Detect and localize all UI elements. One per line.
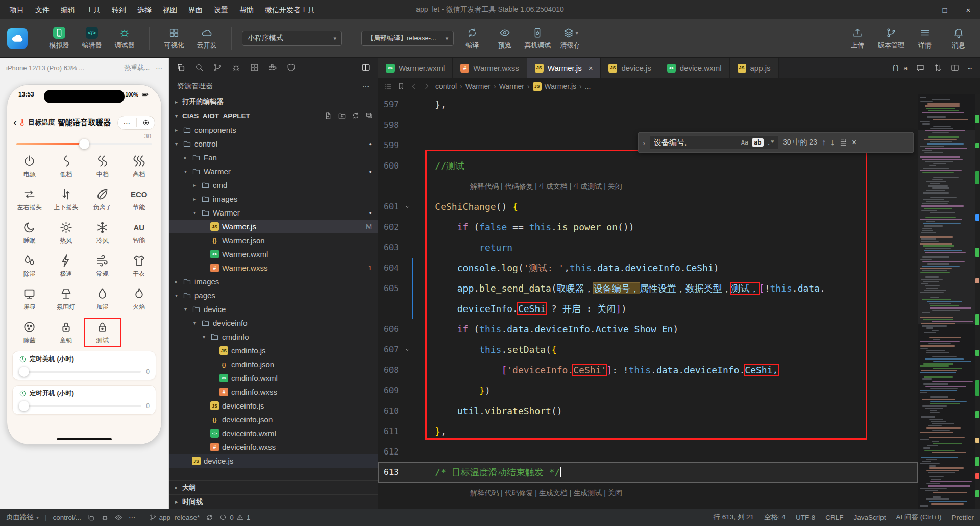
cursor-position[interactable]: 行 613, 列 21 [713,513,754,522]
menu-item-微信开发者工具[interactable]: 微信开发者工具 [259,0,321,19]
menu-item-文件[interactable]: 文件 [30,0,55,19]
code-line[interactable]: 解释代码 | 代码修复 | 生成文档 | 生成测试 | 关闭 [378,483,918,503]
tree-item-cmdinfo.wxml[interactable]: <>cmdinfo.wxml [169,371,378,385]
code-line[interactable]: 603 return [378,237,918,258]
tree-item-cmdinfo.wxss[interactable]: #cmdinfo.wxss [169,385,378,399]
menu-item-界面[interactable]: 界面 [183,0,208,19]
find-query[interactable]: 设备编号, [654,138,738,148]
maximize-button[interactable]: □ [933,0,957,19]
chevron-down-icon[interactable]: ▾ [182,169,189,174]
control-button-节能[interactable]: ECO节能 [121,185,158,213]
control-button-中档[interactable]: 中档 [84,152,121,180]
tree-item-Warmer.wxss[interactable]: #Warmer.wxss1 [169,261,378,275]
details-button[interactable]: 详情 [911,27,939,50]
new-folder-icon[interactable] [338,112,346,120]
code-editor[interactable]: 597 },598599600 //测试解释代码 | 代码修复 | 生成文档 |… [378,94,918,509]
next-match-icon[interactable]: ↓ [830,138,835,147]
match-case-icon[interactable]: Aa [741,139,748,146]
chevron-down-icon[interactable]: ▾ [191,210,198,216]
control-button-加湿[interactable]: 加湿 [84,285,121,313]
close-icon[interactable]: × [852,138,856,147]
codelens-actions[interactable]: 解释代码 | 代码修复 | 生成文档 | 生成测试 | 关闭 [413,176,622,197]
tree-item-deviceinfo.json[interactable]: {}deviceinfo.json [169,413,378,426]
fold-chevron-icon[interactable] [403,503,413,509]
tab-device.wxml[interactable]: <>device.wxml [659,58,730,78]
control-button-干衣[interactable]: 干衣 [121,252,158,280]
control-button-屏显[interactable]: 屏显 [11,285,48,313]
format-icon[interactable]: {} a [892,64,908,72]
new-file-icon[interactable] [324,112,332,120]
breadcrumb-item-control[interactable]: control [435,82,457,90]
tree-item-deviceinfo.wxss[interactable]: #deviceinfo.wxss [169,440,378,454]
chevron-down-icon[interactable]: ▾ [182,306,189,312]
collapse-all-icon[interactable] [365,112,374,120]
control-button-除湿[interactable]: 除湿 [11,252,48,280]
bookmark-icon[interactable] [397,82,405,90]
minimize-button[interactable]: – [910,0,933,19]
tree-item-components[interactable]: ▸components [169,123,378,137]
device-select[interactable]: iPhone 12/13 (Pro) 63% ... [6,64,84,72]
chevron-down-icon[interactable]: ▾ [173,293,180,298]
control-button-睡眠[interactable]: 睡眠 [11,219,48,247]
fold-chevron-icon[interactable] [403,197,413,217]
visualize-button[interactable]: 可视化 [160,27,188,50]
tree-item-deviceinfo.js[interactable]: JSdeviceinfo.js [169,399,378,413]
current-page-path[interactable]: control/... [53,514,82,521]
hot-reload-toggle[interactable]: 热重载... [124,63,150,73]
chevron-right-icon[interactable]: ▸ [173,279,180,284]
prettier-status[interactable]: Prettier [951,514,974,521]
project-section[interactable]: ▾ CIAS_AIOT_APPLET [169,109,378,123]
code-line[interactable]: 613 /* 目标温度滑动结束触发 */ [378,462,918,483]
tree-item-images[interactable]: ▸images [169,275,378,289]
breadcrumb-item-...[interactable]: ... [585,82,591,90]
tab-Warmer.wxss[interactable]: #Warmer.wxss [453,58,527,78]
debug-icon[interactable] [231,63,241,73]
menu-item-设置[interactable]: 设置 [208,0,234,19]
find-in-selection-icon[interactable] [839,138,847,147]
cloud-dev-button[interactable]: 云开发 [192,27,221,50]
security-shield-icon[interactable] [286,63,296,73]
tree-item-Warmer[interactable]: ▾Warmer● [169,206,378,220]
temperature-slider[interactable] [16,143,152,145]
debugger-button[interactable]: 调试器 [110,27,139,50]
tree-item-cmdinfo[interactable]: ▾cmdinfo [169,330,378,344]
control-button-测试[interactable]: 测试 [84,318,121,346]
clear-cache-button[interactable]: ▾ 清缓存 [556,27,584,50]
outline-section[interactable]: ▸ 大纲 [169,480,378,494]
back-chevron-icon[interactable]: ‹ [13,117,17,128]
close-icon[interactable]: × [589,64,593,73]
control-button-火焰[interactable]: 火焰 [121,285,158,313]
tree-item-deviceinfo[interactable]: ▾deviceinfo [169,316,378,330]
control-button-电源[interactable]: 电源 [11,152,48,180]
more-icon[interactable]: ⋯ [129,513,136,521]
code-line[interactable]: deviceInfo.CeShi ? 开启 : 关闭]) [378,299,918,319]
outline-list-icon[interactable] [384,82,393,90]
code-line[interactable]: 600 //测试 [378,156,918,176]
timeline-section[interactable]: ▸ 时间线 [169,494,378,509]
tab-device.js[interactable]: JSdevice.js [601,58,659,78]
search-icon[interactable] [194,63,204,73]
code-line[interactable]: 606 if (this.data.deviceInfo.Active_Show… [378,319,918,340]
mode-select[interactable]: 小程序模式 ▾ [242,31,342,46]
prev-match-icon[interactable]: ↑ [822,138,826,147]
tab-Warmer.wxml[interactable]: <>Warmer.wxml [378,58,453,78]
tab-app.js[interactable]: JSapp.js [730,58,779,78]
more-icon[interactable]: ⋯ [124,118,131,127]
copy-path-icon[interactable] [87,514,95,521]
container-icon[interactable] [268,63,278,73]
tree-item-Fan[interactable]: ▸Fan [169,151,378,164]
toggle-replace-icon[interactable]: › [643,138,645,147]
breadcrumb-item-Warmer[interactable]: Warmer [499,82,524,90]
tree-item-cmdinfo.js[interactable]: JScmdinfo.js [169,344,378,357]
chevron-right-icon[interactable]: ▸ [182,155,189,160]
control-button-智能[interactable]: AU智能 [121,219,158,247]
slider-handle[interactable] [19,367,29,377]
control-button-上下摇头[interactable]: 上下摇头 [48,185,85,213]
nav-forward-icon[interactable] [423,82,431,90]
chevron-down-icon[interactable]: ▾ [191,320,198,326]
extensions-icon[interactable] [250,63,259,73]
indentation[interactable]: 空格: 4 [764,513,786,522]
code-line[interactable]: 609 }) [378,380,918,401]
debug-page-icon[interactable] [101,514,109,521]
tree-item-cmd[interactable]: ▸cmd [169,178,378,192]
